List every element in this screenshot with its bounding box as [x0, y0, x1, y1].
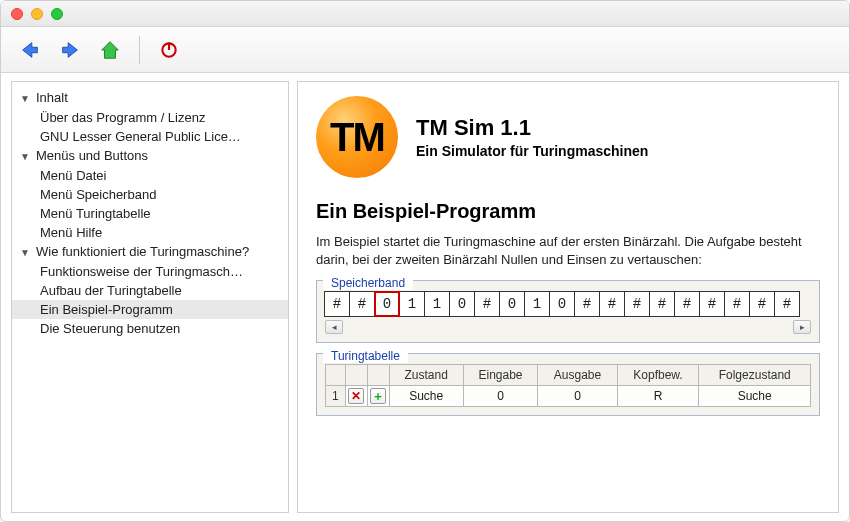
- toolbar-separator: [139, 36, 140, 64]
- tape-cell: #: [474, 291, 500, 317]
- back-button[interactable]: [15, 36, 45, 64]
- page-heading: Ein Beispiel-Programm: [316, 200, 820, 223]
- cell-zustand[interactable]: Suche: [389, 386, 463, 407]
- disclosure-triangle-icon: ▼: [20, 244, 32, 261]
- tape-scroll-left[interactable]: ◂: [325, 320, 343, 334]
- add-row-button[interactable]: ＋: [370, 388, 386, 404]
- table-panel: Turingtabelle ZustandEingabeAusgabeKopfb…: [316, 353, 820, 416]
- tape-cell: 0: [449, 291, 475, 317]
- tape-cell: #: [649, 291, 675, 317]
- table-panel-title: Turingtabelle: [323, 345, 408, 363]
- arrow-right-icon: [59, 39, 81, 61]
- tape-cell: #: [349, 291, 375, 317]
- app-window: ▼InhaltÜber das Programm / LizenzGNU Les…: [0, 0, 850, 522]
- table-row: 1✕＋Suche00RSuche: [326, 386, 811, 407]
- cell-eingabe[interactable]: 0: [463, 386, 538, 407]
- disclosure-triangle-icon: ▼: [20, 90, 32, 107]
- col-header: Zustand: [389, 365, 463, 386]
- power-button[interactable]: [154, 36, 184, 64]
- cell-ausgabe[interactable]: 0: [538, 386, 617, 407]
- disclosure-triangle-icon: ▼: [20, 148, 32, 165]
- col-header: Folgezustand: [699, 365, 811, 386]
- tape-cell: 1: [424, 291, 450, 317]
- tape-panel: Speicherband ##0110#010######### ◂ ▸: [316, 280, 820, 343]
- tape-cell: 1: [524, 291, 550, 317]
- tree-item[interactable]: GNU Lesser General Public Lice…: [12, 127, 288, 146]
- forward-button[interactable]: [55, 36, 85, 64]
- intro-paragraph: Im Beispiel startet die Turingmaschine a…: [316, 233, 820, 268]
- power-icon: [159, 40, 179, 60]
- tape-cell: 1: [399, 291, 425, 317]
- tape-cell: #: [324, 291, 350, 317]
- tape-cell: #: [724, 291, 750, 317]
- tape-cell: #: [749, 291, 775, 317]
- tape-cell: #: [699, 291, 725, 317]
- tape-scroll-right[interactable]: ▸: [793, 320, 811, 334]
- row-number: 1: [326, 386, 346, 407]
- home-button[interactable]: [95, 36, 125, 64]
- close-window-button[interactable]: [11, 8, 23, 20]
- cell-folgezustand[interactable]: Suche: [699, 386, 811, 407]
- app-logo: TM: [316, 96, 398, 178]
- turing-table: ZustandEingabeAusgabeKopfbew.Folgezustan…: [325, 364, 811, 407]
- col-header: Ausgabe: [538, 365, 617, 386]
- tape-cell: #: [774, 291, 800, 317]
- tree-item[interactable]: Ein Beispiel-Programm: [12, 300, 288, 319]
- cell-kopfbew[interactable]: R: [617, 386, 699, 407]
- home-icon: [99, 39, 121, 61]
- tree-item[interactable]: Menü Turingtabelle: [12, 204, 288, 223]
- tape-panel-title: Speicherband: [323, 272, 413, 290]
- app-title: TM Sim 1.1: [416, 115, 648, 141]
- tape: ##0110#010#########: [325, 291, 811, 317]
- tape-cell: #: [599, 291, 625, 317]
- app-subtitle: Ein Simulator für Turingmaschinen: [416, 143, 648, 159]
- tree-item[interactable]: Über das Programm / Lizenz: [12, 108, 288, 127]
- col-add: [367, 365, 389, 386]
- col-header: Eingabe: [463, 365, 538, 386]
- tape-cell: 0: [549, 291, 575, 317]
- col-delete: [345, 365, 367, 386]
- tape-cell: #: [574, 291, 600, 317]
- tree-item[interactable]: Aufbau der Turingtabelle: [12, 281, 288, 300]
- tree-item[interactable]: Menü Datei: [12, 166, 288, 185]
- zoom-window-button[interactable]: [51, 8, 63, 20]
- content-split: ▼InhaltÜber das Programm / LizenzGNU Les…: [1, 73, 849, 521]
- tree-group[interactable]: ▼Wie funktioniert die Turingmaschine?: [12, 242, 288, 262]
- nav-tree[interactable]: ▼InhaltÜber das Programm / LizenzGNU Les…: [11, 81, 289, 513]
- tape-cell: 0: [499, 291, 525, 317]
- tape-cell: #: [674, 291, 700, 317]
- delete-row-button[interactable]: ✕: [348, 388, 364, 404]
- tape-cell: 0: [374, 291, 400, 317]
- tree-group[interactable]: ▼Inhalt: [12, 88, 288, 108]
- toolbar: [1, 27, 849, 73]
- minimize-window-button[interactable]: [31, 8, 43, 20]
- tree-item[interactable]: Funktionsweise der Turingmasch…: [12, 262, 288, 281]
- col-rownum: [326, 365, 346, 386]
- col-header: Kopfbew.: [617, 365, 699, 386]
- tree-item[interactable]: Die Steuerung benutzen: [12, 319, 288, 338]
- content-pane[interactable]: TM TM Sim 1.1 Ein Simulator für Turingma…: [297, 81, 839, 513]
- arrow-left-icon: [19, 39, 41, 61]
- tree-item[interactable]: Menü Speicherband: [12, 185, 288, 204]
- titlebar: [1, 1, 849, 27]
- tape-cell: #: [624, 291, 650, 317]
- tree-item[interactable]: Menü Hilfe: [12, 223, 288, 242]
- hero: TM TM Sim 1.1 Ein Simulator für Turingma…: [316, 96, 820, 178]
- tree-group[interactable]: ▼Menüs und Buttons: [12, 146, 288, 166]
